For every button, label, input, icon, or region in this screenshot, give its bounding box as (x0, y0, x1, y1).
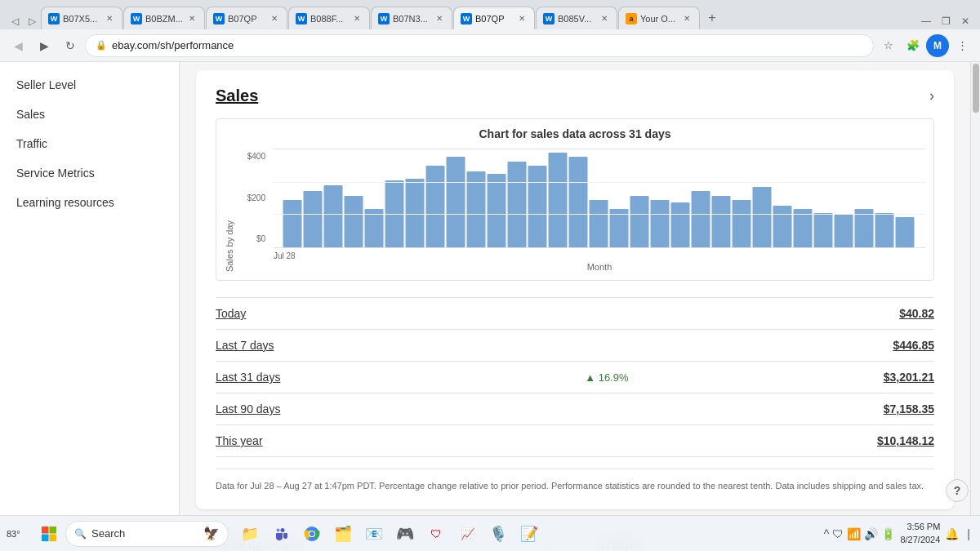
address-bar[interactable]: 🔒 ebay.com/sh/performance (85, 34, 874, 57)
stat-value-90days[interactable]: $7,158.35 (884, 402, 934, 415)
search-icon: 🔍 (74, 528, 87, 540)
taskbar-app-email[interactable]: 📧 (359, 519, 389, 549)
back-button[interactable]: ◀ (7, 34, 29, 57)
taskbar-app-notes[interactable]: 📝 (514, 519, 544, 549)
chart-bars-area: Jul 28 Month (274, 149, 925, 272)
start-button[interactable] (36, 521, 62, 547)
chart-y-ticks: $400 $200 $0 (243, 149, 269, 247)
tab-close-1[interactable]: ✕ (104, 13, 115, 24)
tab-favicon-7: W (543, 13, 555, 24)
tab-label-4: B088F... (310, 14, 343, 24)
browser-tab-1[interactable]: W B07X5... ✕ (41, 7, 122, 29)
taskbar-app-games[interactable]: 🎮 (390, 519, 420, 549)
browser-chrome: ◁ ▷ W B07X5... ✕ W B0BZM... ✕ W B07QP ✕ … (0, 0, 980, 62)
tab-close-7[interactable]: ✕ (599, 13, 610, 24)
tab-close-3[interactable]: ✕ (269, 13, 280, 24)
svg-point-38 (310, 531, 314, 536)
profile-icon[interactable]: M (926, 34, 949, 57)
scroll-thumb[interactable] (973, 64, 979, 113)
reload-button[interactable]: ↻ (59, 34, 82, 57)
y-tick-400: $400 (243, 152, 269, 161)
network-icon[interactable]: 📶 (847, 527, 861, 540)
browser-tab-8[interactable]: a Your O... ✕ (618, 7, 700, 29)
sales-card-arrow[interactable]: › (929, 87, 934, 104)
sidebar-item-sales[interactable]: Sales (0, 100, 179, 129)
tab-close-8[interactable]: ✕ (681, 13, 693, 24)
taskbar-app-tradingview[interactable]: 📈 (452, 519, 482, 549)
chart-title: Chart for sales data across 31 days (225, 127, 925, 140)
windows-logo-icon (41, 526, 57, 542)
system-clock[interactable]: 3:56 PM 8/27/2024 (900, 521, 940, 546)
extensions-icon[interactable]: 🧩 (902, 34, 924, 57)
browser-tab-2[interactable]: W B0BZM... ✕ (123, 7, 205, 29)
chart-grid (274, 149, 925, 247)
battery-icon[interactable]: 🔋 (881, 527, 895, 540)
stat-row-90days: Last 90 days $7,158.35 (216, 393, 934, 425)
sidebar-item-seller-level[interactable]: Seller Level (0, 70, 179, 100)
stat-label-thisyear[interactable]: This year (216, 434, 330, 447)
stat-value-thisyear[interactable]: $10,148.12 (877, 434, 934, 447)
tab-close-4[interactable]: ✕ (351, 13, 363, 24)
stat-label-90days[interactable]: Last 90 days (216, 402, 330, 415)
taskbar-app-files[interactable]: 📁 (235, 519, 265, 549)
browser-tab-4[interactable]: W B088F... ✕ (288, 7, 370, 29)
browser-nav-icons: ☆ 🧩 M ⋮ (877, 34, 973, 57)
tab-close-6[interactable]: ✕ (516, 13, 528, 24)
help-button[interactable]: ? (946, 479, 969, 502)
tab-close-5[interactable]: ✕ (434, 13, 445, 24)
more-options-icon[interactable]: ⋮ (951, 34, 973, 57)
taskbar-app-folder[interactable]: 🗂️ (328, 519, 358, 549)
notification-icon[interactable]: 🔔 (945, 527, 959, 540)
sales-card-header: Sales › (216, 87, 934, 105)
system-tray-icons: ^ 🛡 📶 🔊 🔋 (824, 527, 896, 540)
taskbar-search-box[interactable]: 🔍 Search 🦅 (65, 521, 229, 547)
tab-label-8: Your O... (640, 14, 675, 24)
browser-tab-3[interactable]: W B07QP ✕ (206, 7, 287, 29)
maximize-button[interactable]: ❐ (938, 13, 954, 29)
tab-close-2[interactable]: ✕ (186, 13, 198, 24)
minimize-button[interactable]: — (918, 13, 934, 29)
taskbar: 83° 🔍 Search 🦅 📁 (0, 515, 980, 551)
show-hidden-icon[interactable]: ^ (824, 527, 830, 540)
antivirus-icon[interactable]: 🛡 (832, 527, 844, 540)
bookmark-icon[interactable]: ☆ (877, 34, 900, 57)
nav-bar: ◀ ▶ ↻ 🔒 ebay.com/sh/performance ☆ 🧩 M ⋮ (0, 29, 980, 62)
sidebar-item-service-metrics[interactable]: Service Metrics (0, 158, 179, 188)
stat-label-31days[interactable]: Last 31 days (216, 371, 330, 384)
tab-back-button[interactable]: ◁ (7, 13, 23, 29)
taskbar-app-podcast[interactable]: 🎙️ (483, 519, 513, 549)
stat-label-today[interactable]: Today (216, 307, 330, 320)
volume-icon[interactable]: 🔊 (864, 527, 878, 540)
tab-label-6: B07QP (475, 14, 504, 24)
show-desktop-button[interactable]: | (964, 524, 973, 544)
stat-value-today[interactable]: $40.82 (899, 307, 934, 320)
sidebar-item-learning-resources[interactable]: Learning resources (0, 188, 179, 217)
stat-value-7days[interactable]: $446.85 (893, 339, 934, 352)
window-controls: — ❐ ✕ (918, 13, 973, 29)
tab-favicon-1: W (48, 13, 60, 24)
taskbar-app-teams[interactable] (266, 519, 296, 549)
chart-y-axis-label: Sales by day (225, 149, 234, 272)
tab-label-1: B07X5... (63, 14, 97, 24)
right-scrollbar[interactable] (970, 62, 980, 551)
taskbar-app-mcafee[interactable]: 🛡 (421, 519, 451, 549)
svg-rect-32 (50, 527, 57, 534)
bars-container-wrapper (274, 149, 925, 248)
browser-tab-6[interactable]: W B07QP ✕ (453, 7, 535, 29)
stat-label-7days[interactable]: Last 7 days (216, 339, 330, 352)
stat-value-31days[interactable]: $3,201.21 (884, 371, 934, 384)
svg-point-35 (277, 528, 280, 531)
tab-favicon-8: a (626, 13, 637, 24)
browser-tab-5[interactable]: W B07N3... ✕ (371, 7, 452, 29)
taskbar-app-chrome[interactable] (297, 519, 327, 549)
forward-button[interactable]: ▶ (33, 34, 56, 57)
clock-time: 3:56 PM (900, 521, 940, 533)
browser-tab-7[interactable]: W B085V... ✕ (536, 7, 617, 29)
tab-forward-button[interactable]: ▷ (24, 13, 40, 29)
url-display: ebay.com/sh/performance (112, 39, 234, 51)
sales-card-title[interactable]: Sales (216, 87, 258, 105)
close-window-button[interactable]: ✕ (957, 13, 973, 29)
sidebar-item-traffic[interactable]: Traffic (0, 129, 179, 158)
new-tab-button[interactable]: + (701, 7, 724, 29)
chart-area: Sales by day $400 $200 $0 (225, 149, 925, 272)
